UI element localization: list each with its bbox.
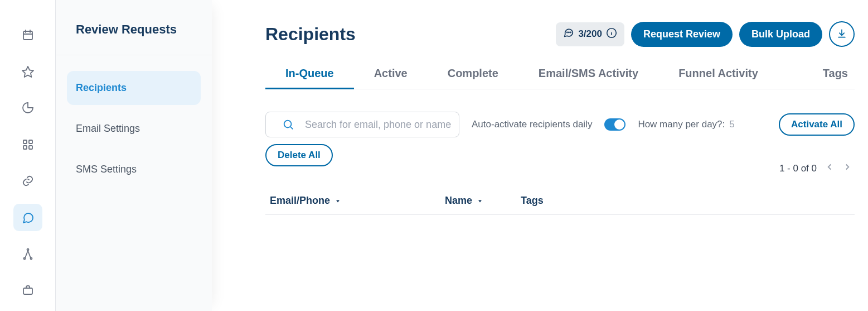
tab-active[interactable]: Active (354, 60, 428, 89)
svg-point-15 (570, 32, 571, 32)
auto-activate-toggle[interactable] (604, 118, 625, 131)
per-day-wrapper: How many per day?: 5 (638, 119, 734, 130)
page-prev-button[interactable] (825, 162, 835, 175)
sidebar-nav: Recipients Email Settings SMS Settings (56, 55, 212, 186)
sort-down-icon (477, 198, 483, 204)
sidebar-item-label: Email Settings (76, 123, 140, 134)
table-header-row: Email/Phone Name Tags (265, 187, 855, 214)
page-title: Recipients (265, 24, 356, 45)
chat-bubble-icon (562, 27, 575, 42)
sidebar-title: Review Requests (56, 0, 212, 55)
auto-activate-label: Auto-activate recipients daily (472, 119, 592, 130)
quota-text: 3/200 (578, 28, 602, 40)
pagination: 1 - 0 of 0 (265, 162, 855, 175)
column-email-phone[interactable]: Email/Phone (270, 195, 415, 207)
recipients-table: Email/Phone Name Tags (265, 187, 855, 215)
sort-down-icon (334, 198, 341, 204)
svg-point-13 (567, 32, 568, 32)
main-content: Recipients 3/200 Request Review Bulk Upl… (212, 0, 868, 311)
nav-star-icon[interactable] (13, 58, 42, 85)
activate-all-button[interactable]: Activate All (779, 113, 855, 136)
tab-funnel-activity[interactable]: Funnel Activity (658, 60, 778, 89)
search-input[interactable] (265, 112, 459, 137)
per-day-value: 5 (729, 119, 734, 130)
bulk-upload-button[interactable]: Bulk Upload (739, 22, 822, 47)
info-icon[interactable] (605, 27, 618, 42)
svg-point-19 (284, 121, 292, 128)
svg-line-20 (290, 127, 293, 129)
column-tags[interactable]: Tags (521, 195, 850, 207)
tab-tags[interactable]: Tags (816, 60, 855, 89)
nav-compass-icon[interactable] (13, 240, 42, 267)
sidebar-item-email-settings[interactable]: Email Settings (67, 112, 201, 146)
svg-rect-0 (23, 31, 32, 40)
chevron-right-icon (842, 162, 852, 175)
svg-point-14 (569, 32, 569, 32)
svg-marker-4 (22, 66, 33, 77)
per-day-label: How many per day?: (638, 119, 725, 130)
svg-marker-22 (478, 200, 482, 202)
search-wrapper (265, 112, 459, 137)
download-button[interactable] (829, 21, 855, 47)
column-name[interactable]: Name (445, 195, 491, 207)
svg-rect-8 (29, 146, 32, 149)
svg-rect-5 (23, 140, 27, 143)
controls-row: Auto-activate recipients daily How many … (265, 112, 855, 137)
svg-marker-21 (336, 200, 340, 202)
chevron-left-icon (825, 162, 835, 175)
column-label: Name (445, 195, 472, 207)
quota-chip: 3/200 (556, 22, 624, 46)
page-header: Recipients 3/200 Request Review Bulk Upl… (265, 21, 855, 47)
sidebar-item-sms-settings[interactable]: SMS Settings (67, 152, 201, 186)
request-review-button[interactable]: Request Review (631, 22, 733, 47)
icon-rail (0, 0, 56, 311)
tab-complete[interactable]: Complete (428, 60, 518, 89)
tab-email-sms-activity[interactable]: Email/SMS Activity (518, 60, 658, 89)
sidebar-item-label: SMS Settings (76, 164, 137, 175)
sidebar-item-label: Recipients (76, 82, 127, 93)
column-label: Email/Phone (270, 195, 330, 207)
nav-chat-icon[interactable] (13, 204, 42, 231)
page-next-button[interactable] (842, 162, 852, 175)
sidebar-item-recipients[interactable]: Recipients (67, 71, 201, 105)
column-label: Tags (521, 195, 544, 207)
nav-calendar-icon[interactable] (13, 21, 42, 49)
svg-rect-12 (23, 288, 32, 294)
tabs-bar: In-Queue Active Complete Email/SMS Activ… (265, 60, 855, 89)
svg-rect-6 (29, 140, 32, 143)
nav-link-icon[interactable] (13, 168, 42, 195)
pagination-label: 1 - 0 of 0 (779, 163, 817, 174)
download-icon (836, 28, 847, 41)
header-actions: 3/200 Request Review Bulk Upload (556, 21, 855, 47)
svg-point-11 (27, 248, 28, 250)
tab-in-queue[interactable]: In-Queue (265, 60, 354, 89)
secondary-sidebar: Review Requests Recipients Email Setting… (56, 0, 212, 311)
svg-rect-7 (23, 146, 27, 149)
nav-briefcase-icon[interactable] (13, 277, 42, 304)
nav-grid-icon[interactable] (13, 131, 42, 158)
nav-pie-icon[interactable] (13, 94, 42, 122)
